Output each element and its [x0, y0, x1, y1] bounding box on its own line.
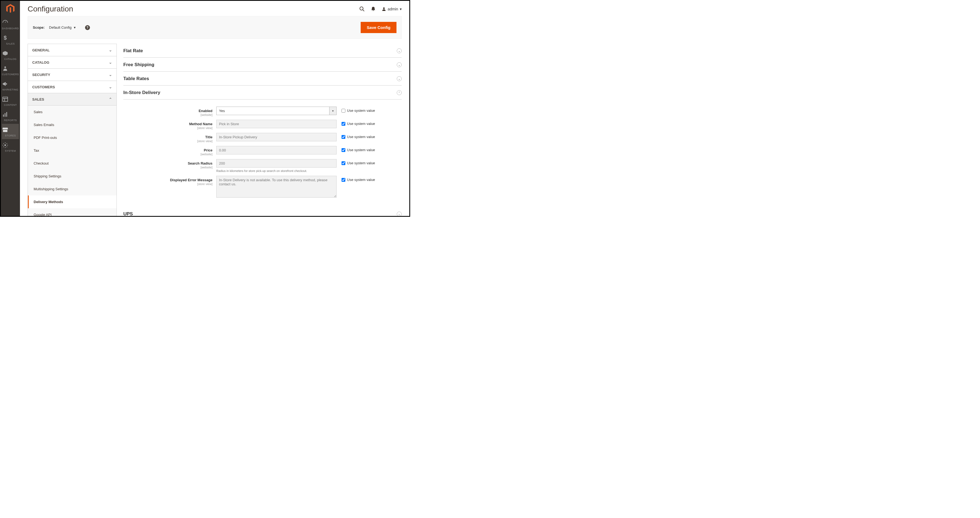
subitem-checkout[interactable]: Checkout: [28, 157, 116, 170]
field-scope: [website]: [123, 166, 212, 169]
chevron-down-icon: ⌄: [109, 60, 112, 65]
use-system-value-search-radius[interactable]: Use system value: [337, 159, 375, 165]
field-label-error-message: Displayed Error Message: [170, 178, 212, 182]
section-title: In-Store Delivery: [123, 90, 160, 95]
nav-dashboard[interactable]: DASHBOARD: [2, 17, 19, 32]
tab-general[interactable]: GENERAL⌄: [28, 44, 116, 56]
notifications-icon[interactable]: [371, 6, 376, 11]
search-radius-input[interactable]: [216, 159, 337, 168]
field-scope: [website]: [123, 113, 212, 116]
nav-stores[interactable]: STORES: [2, 124, 19, 139]
search-radius-note: Radius in kilometers for store pick-up s…: [216, 169, 337, 173]
subitem-tax[interactable]: Tax: [28, 144, 116, 157]
section-ups[interactable]: UPS ⌄: [123, 207, 402, 216]
section-table-rates[interactable]: Table Rates ⌄: [123, 72, 402, 86]
tab-sales[interactable]: SALES⌃: [28, 93, 116, 105]
enabled-value: Yes: [216, 106, 329, 115]
nav-label: CATALOG: [2, 58, 19, 60]
use-system-value-title[interactable]: Use system value: [337, 133, 375, 139]
svg-point-8: [5, 144, 6, 146]
field-scope: [website]: [123, 153, 212, 156]
subitem-sales[interactable]: Sales: [28, 105, 116, 118]
nav-label: REPORTS: [2, 119, 19, 122]
chevron-down-icon: ⌄: [109, 48, 112, 52]
subitem-multishipping-settings[interactable]: Multishipping Settings: [28, 183, 116, 195]
system-checkbox[interactable]: [342, 161, 345, 165]
field-label-search-radius: Search Radius: [188, 161, 212, 165]
content-icon: [2, 96, 19, 103]
tab-customers[interactable]: CUSTOMERS⌄: [28, 81, 116, 93]
title-input[interactable]: [216, 133, 337, 141]
nav-catalog[interactable]: CATALOG: [2, 47, 19, 63]
nav-label: CONTENT: [2, 103, 19, 106]
enabled-select[interactable]: Yes ▾: [216, 106, 337, 115]
help-icon[interactable]: ?: [85, 25, 90, 30]
nav-label: STORES: [2, 134, 19, 137]
tab-label: CUSTOMERS: [32, 85, 55, 89]
nav-label: CUSTOMERS: [2, 73, 19, 76]
subitem-delivery-methods[interactable]: Delivery Methods: [28, 195, 116, 208]
use-system-value-error-message[interactable]: Use system value: [337, 176, 375, 182]
subitem-google-api[interactable]: Google API: [28, 208, 116, 216]
svg-line-10: [363, 10, 364, 11]
field-scope: [store view]: [123, 126, 212, 130]
use-system-value-enabled[interactable]: Use system value: [337, 106, 375, 113]
section-free-shipping[interactable]: Free Shipping ⌄: [123, 58, 402, 72]
tab-catalog[interactable]: CATALOG⌄: [28, 56, 116, 68]
nav-sales[interactable]: $SALES: [2, 32, 19, 47]
method-name-input[interactable]: [216, 120, 337, 128]
chevron-down-icon: ⌄: [109, 72, 112, 77]
field-label-method-name: Method Name: [189, 122, 212, 126]
price-input[interactable]: [216, 146, 337, 154]
scope-value: Default Config: [49, 25, 72, 30]
subitem-pdf-print-outs[interactable]: PDF Print-outs: [28, 131, 116, 144]
config-form-area: Flat Rate ⌄ Free Shipping ⌄ Table Rates …: [123, 44, 402, 216]
config-tabs-panel: GENERAL⌄CATALOG⌄SECURITY⌄CUSTOMERS⌄SALES…: [28, 44, 117, 216]
chevron-up-icon: ⌃: [397, 90, 402, 95]
system-checkbox[interactable]: [342, 122, 345, 126]
subitem-shipping-settings[interactable]: Shipping Settings: [28, 170, 116, 183]
nav-label: MARKETING: [2, 88, 19, 91]
system-checkbox[interactable]: [342, 135, 345, 139]
chevron-down-icon: ⌄: [397, 62, 402, 67]
field-label-enabled: Enabled: [199, 109, 212, 113]
page-title: Configuration: [28, 5, 73, 13]
nav-customers[interactable]: CUSTOMERS: [2, 63, 19, 78]
nav-label: SYSTEM: [2, 149, 19, 152]
nav-content[interactable]: CONTENT: [2, 93, 19, 108]
field-label-price: Price: [204, 148, 212, 152]
system-checkbox[interactable]: [342, 178, 345, 182]
admin-user-dropdown[interactable]: admin ▾: [382, 7, 402, 11]
use-system-value-price[interactable]: Use system value: [337, 146, 375, 152]
nav-marketing[interactable]: MARKETING: [2, 78, 19, 93]
search-icon[interactable]: [359, 6, 365, 12]
stores-icon: [2, 127, 19, 133]
svg-point-11: [383, 7, 385, 9]
chevron-down-icon: ⌄: [397, 211, 402, 216]
nav-reports[interactable]: REPORTS: [2, 108, 19, 124]
svg-rect-2: [3, 97, 8, 102]
tab-security[interactable]: SECURITY⌄: [28, 68, 116, 81]
in-store-delivery-fields: Enabled[website] Yes ▾ Use system value …: [123, 100, 402, 207]
section-in-store-delivery[interactable]: In-Store Delivery ⌃: [123, 86, 402, 100]
field-scope: [store view]: [123, 140, 212, 143]
error-message-textarea[interactable]: [216, 176, 337, 198]
scope-label: Scope:: [33, 25, 45, 30]
scope-selector[interactable]: Default Config ▾: [49, 25, 75, 30]
subitem-sales-emails[interactable]: Sales Emails: [28, 118, 116, 131]
system-checkbox[interactable]: [342, 109, 345, 113]
nav-label: SALES: [2, 42, 19, 45]
catalog-icon: [2, 50, 19, 57]
system-checkbox[interactable]: [342, 148, 345, 152]
caret-down-icon: ▾: [329, 106, 337, 115]
caret-down-icon: ▾: [400, 7, 402, 11]
tab-label: CATALOG: [32, 60, 49, 65]
nav-system[interactable]: SYSTEM: [2, 139, 19, 154]
section-title: Free Shipping: [123, 62, 154, 68]
section-flat-rate[interactable]: Flat Rate ⌄: [123, 44, 402, 58]
svg-rect-7: [6, 112, 7, 117]
use-system-value-method-name[interactable]: Use system value: [337, 120, 375, 126]
dashboard-icon: [2, 19, 19, 26]
save-config-button[interactable]: Save Config: [361, 22, 396, 33]
tab-label: SECURITY: [32, 73, 50, 77]
